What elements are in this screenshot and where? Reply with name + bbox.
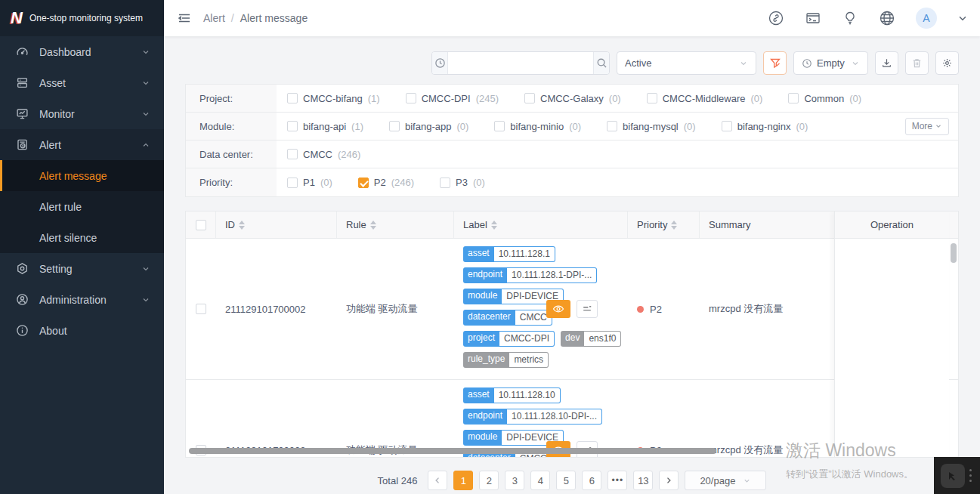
label-tag[interactable]: asset10.111.128.10	[463, 387, 561, 403]
column-header-id[interactable]: ID	[216, 211, 337, 238]
download-button[interactable]	[875, 51, 898, 75]
checkbox[interactable]	[389, 121, 400, 131]
globe-icon[interactable]	[879, 10, 895, 26]
checkbox[interactable]	[287, 93, 298, 103]
server-icon	[16, 76, 29, 89]
checkbox[interactable]	[788, 93, 799, 103]
sort-icon[interactable]	[491, 221, 497, 230]
terminal-icon[interactable]	[805, 10, 821, 26]
detail-button[interactable]	[577, 300, 598, 318]
sidebar-item-dashboard[interactable]: Dashboard	[0, 36, 164, 67]
column-header-label[interactable]: Label	[454, 211, 628, 238]
delete-button[interactable]	[905, 51, 929, 75]
label-tag[interactable]: projectCMCC-DPI	[463, 331, 555, 347]
time-range-select[interactable]: Empty	[793, 51, 868, 75]
checkbox-bifang-mysql[interactable]: bifang-mysql(0)	[607, 121, 696, 132]
view-button[interactable]	[546, 300, 570, 318]
touchpad-icon[interactable]	[941, 464, 965, 488]
page-button-4[interactable]: 4	[530, 471, 550, 490]
checkbox-common[interactable]: Common(0)	[788, 93, 861, 104]
checkbox[interactable]	[722, 121, 732, 131]
next-page-button[interactable]	[659, 471, 679, 490]
checkbox-cmcc[interactable]: CMCC(246)	[287, 149, 360, 160]
checkbox-p1[interactable]: P1(0)	[287, 177, 332, 188]
page-ellipsis[interactable]: •••	[607, 471, 627, 490]
monitor-icon	[16, 107, 29, 120]
prev-page-button[interactable]	[428, 471, 447, 490]
drag-handle-dots[interactable]	[969, 469, 972, 482]
more-button[interactable]: More	[905, 118, 949, 135]
column-header-priority[interactable]: Priority	[628, 211, 700, 238]
sidebar-item-label: Dashboard	[39, 46, 91, 58]
sort-icon[interactable]	[671, 221, 677, 230]
page-button-3[interactable]: 3	[505, 471, 524, 490]
checkbox-cmcc-middleware[interactable]: CMCC-Middleware(0)	[647, 93, 763, 104]
sidebar-item-administration[interactable]: Administration	[0, 284, 164, 315]
checkbox-bifang-api[interactable]: bifang-api(1)	[287, 121, 363, 132]
gauge-icon	[16, 45, 29, 58]
checkbox[interactable]	[287, 121, 298, 131]
page-button-6[interactable]: 6	[582, 471, 601, 490]
chevron-down-icon[interactable]	[957, 13, 968, 23]
sort-icon[interactable]	[370, 221, 376, 230]
checkbox[interactable]	[607, 121, 617, 131]
link-icon[interactable]	[768, 10, 784, 26]
checkbox[interactable]	[287, 149, 298, 159]
filter-row-priority: Priority: P1(0) P2(246) P3(0)	[186, 168, 958, 196]
sidebar-item-label: Alert silence	[39, 232, 97, 244]
checkbox-bifang-app[interactable]: bifang-app(0)	[389, 121, 468, 132]
sidebar-item-about[interactable]: About	[0, 315, 164, 346]
column-header-rule[interactable]: Rule	[337, 211, 454, 238]
label-tag[interactable]: rule_typemetrics	[463, 352, 549, 368]
checkbox-p2[interactable]: P2(246)	[358, 177, 414, 188]
checkbox-bifang-nginx[interactable]: bifang-nginx(0)	[722, 121, 808, 132]
label-tag[interactable]: devens1f0	[561, 331, 621, 347]
vertical-scrollbar[interactable]	[951, 243, 957, 263]
sort-icon[interactable]	[239, 221, 245, 230]
sidebar-item-alert[interactable]: Alert	[0, 129, 164, 160]
sidebar-item-alert-message[interactable]: Alert message	[0, 160, 164, 191]
sidebar-item-monitor[interactable]: Monitor	[0, 98, 164, 129]
checkbox-cmcc-dpi[interactable]: CMCC-DPI(245)	[406, 93, 499, 104]
checkbox[interactable]	[647, 93, 657, 103]
checkbox[interactable]	[440, 178, 450, 188]
search-input[interactable]	[448, 52, 593, 74]
checkbox[interactable]	[287, 178, 298, 188]
breadcrumb-alert[interactable]: Alert	[203, 12, 225, 24]
checkbox[interactable]	[494, 121, 505, 131]
row-actions	[186, 300, 958, 318]
checkbox-checked[interactable]	[358, 178, 369, 188]
chevron-down-icon	[851, 59, 860, 68]
label-tag[interactable]: endpoint10.111.128.10-DPI-...	[463, 409, 602, 425]
horizontal-scrollbar[interactable]	[189, 448, 716, 454]
page-button-2[interactable]: 2	[479, 471, 499, 490]
time-select-value: Empty	[817, 57, 845, 69]
select-all-checkbox[interactable]	[196, 220, 206, 230]
checkbox[interactable]	[406, 93, 416, 103]
filter-funnel-button[interactable]	[763, 51, 787, 75]
chevron-down-icon	[141, 48, 150, 57]
checkbox-bifang-minio[interactable]: bifang-minio(0)	[494, 121, 581, 132]
checkbox-p3[interactable]: P3(0)	[440, 177, 485, 188]
status-select[interactable]: Active	[617, 51, 756, 75]
checkbox-cmcc-bifang[interactable]: CMCC-bifang(1)	[287, 93, 380, 104]
checkbox[interactable]	[524, 93, 535, 103]
lightbulb-icon[interactable]	[842, 10, 858, 26]
page-button-1[interactable]: 1	[453, 471, 473, 490]
sidebar-item-asset[interactable]: Asset	[0, 67, 164, 98]
checkbox-cmcc-galaxy[interactable]: CMCC-Galaxy(0)	[524, 93, 621, 104]
page-button-5[interactable]: 5	[556, 471, 576, 490]
avatar[interactable]: A	[916, 8, 937, 29]
label-tag[interactable]: endpoint10.111.128.1-DPI-...	[463, 267, 597, 283]
page-size-select[interactable]: 20/page	[685, 471, 766, 490]
sidebar-item-setting[interactable]: Setting	[0, 253, 164, 284]
search-icon[interactable]	[593, 52, 609, 74]
settings-button[interactable]	[935, 51, 959, 75]
sidebar-item-label: Administration	[39, 294, 107, 306]
label-tag[interactable]: asset10.111.128.1	[463, 246, 555, 262]
page-button-13[interactable]: 13	[633, 471, 653, 490]
sidebar-collapse-icon[interactable]	[178, 11, 191, 25]
sidebar-item-alert-silence[interactable]: Alert silence	[0, 222, 164, 253]
filter-label: Module:	[186, 113, 277, 140]
sidebar-item-alert-rule[interactable]: Alert rule	[0, 191, 164, 222]
